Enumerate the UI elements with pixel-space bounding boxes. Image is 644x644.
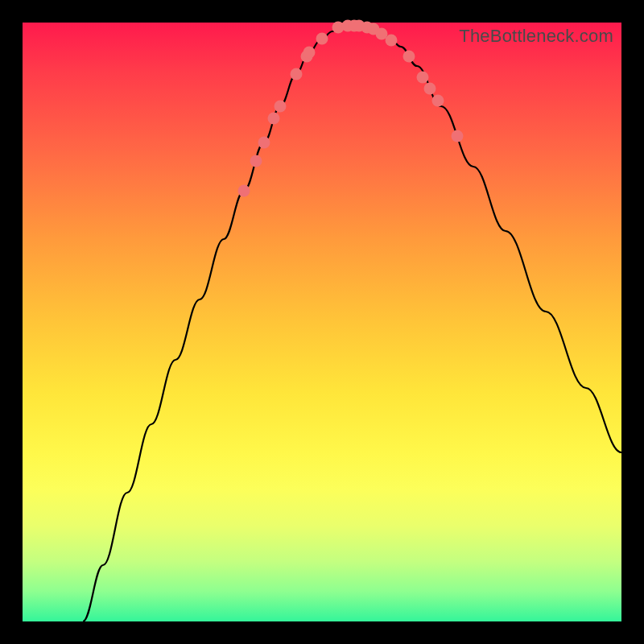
curve-marker: [316, 33, 328, 45]
curve-marker: [417, 72, 429, 84]
curve-marker: [275, 101, 287, 113]
curve-marker: [452, 130, 464, 142]
curve-marker: [258, 137, 270, 149]
curve-line: [83, 26, 621, 621]
chart-plot-area: TheBottleneck.com: [23, 23, 621, 621]
chart-svg: [23, 23, 621, 621]
curve-marker: [386, 35, 398, 47]
curve-marker: [424, 83, 436, 95]
curve-marker: [238, 185, 250, 197]
curve-markers: [238, 20, 464, 197]
curve-marker: [403, 51, 415, 63]
curve-marker: [291, 68, 303, 80]
curve-marker: [303, 47, 316, 59]
curve-marker: [432, 95, 444, 107]
curve-marker: [250, 155, 262, 167]
curve-marker: [268, 113, 280, 125]
